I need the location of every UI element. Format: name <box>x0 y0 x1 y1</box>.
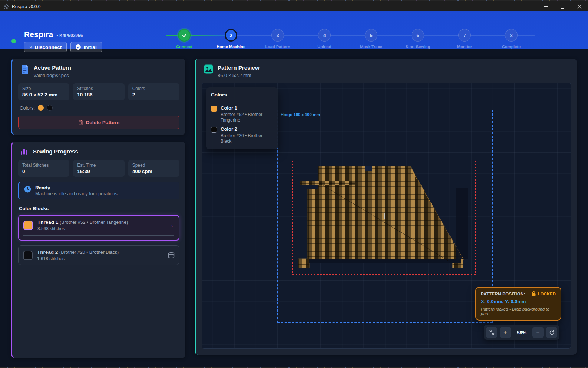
clock-icon <box>24 186 31 193</box>
fit-to-screen-button[interactable] <box>486 327 497 338</box>
pattern-dark-underlay <box>309 259 460 263</box>
active-pattern-card: Active Pattern valetudogv2.pes Size 86.0… <box>11 59 185 135</box>
preview-canvas[interactable]: Hoop: 100 x 100 mm Colors <box>202 83 571 349</box>
sewing-progress-title: Sewing Progress <box>33 148 78 155</box>
hoop-label: Hoop: 100 x 100 mm <box>281 112 320 117</box>
pattern-bounding-box <box>292 160 476 275</box>
image-icon <box>204 64 213 74</box>
pattern-preview-card: Pattern Preview 86.0 × 52.2 mm Hoop: 100… <box>195 59 577 355</box>
pattern-coordinates: X: 0.0mm, Y: 0.0mm <box>481 299 556 304</box>
machine-serial: • K4P502956 <box>56 33 83 38</box>
thread-1-swatch <box>23 221 33 230</box>
minimize-button[interactable] <box>537 1 554 11</box>
zoom-level: 58% <box>513 330 530 335</box>
sewing-progress-card: Sewing Progress Total Stitches 0 Est. Ti… <box>11 142 185 358</box>
bar-chart-icon <box>20 147 29 155</box>
trash-icon <box>78 120 83 125</box>
refresh-icon <box>549 330 555 335</box>
pattern-filename: valetudogv2.pes <box>34 73 71 78</box>
active-pattern-title: Active Pattern <box>34 64 71 71</box>
lock-icon <box>532 291 536 296</box>
reset-view-button[interactable] <box>546 327 557 338</box>
color-swatch-orange <box>38 105 44 111</box>
legend-item-color-2: Color 2 Brother #20 • Brother Black <box>211 126 273 144</box>
delete-pattern-button[interactable]: Delete Pattern <box>18 116 179 129</box>
colors-label: Colors: <box>20 105 35 111</box>
stat-colors: Colors 2 <box>128 83 179 100</box>
machine-status-banner: Ready Machine is idle and ready for oper… <box>18 182 179 199</box>
connection-status-dot <box>11 39 16 43</box>
window-title: Respira v0.0.0 <box>12 4 40 9</box>
step-connect-circle <box>178 29 191 42</box>
thread-block-1[interactable]: Thread 1 (Brother #52 • Brother Tangerin… <box>18 215 179 241</box>
arrow-right-icon: → <box>167 221 174 229</box>
brand-title: Respira <box>24 30 53 39</box>
legend-item-color-1: Color 1 Brother #52 • Brother Tangerine <box>211 105 273 123</box>
pattern-dark-strip <box>456 188 468 259</box>
pattern-position-overlay: PATTERN POSITION: LOCKED X: 0.0mm, Y: 0.… <box>475 287 561 321</box>
pattern-notch <box>365 166 372 171</box>
maximize-icon <box>561 5 564 9</box>
minimize-icon <box>544 6 548 7</box>
zoom-in-button[interactable]: + <box>500 327 511 338</box>
stat-total-stitches: Total Stitches 0 <box>18 160 69 177</box>
color-swatch-black <box>47 105 53 111</box>
check-circle-icon: ✓ <box>76 44 81 50</box>
stat-size: Size 86.0 x 52.2 mm <box>18 83 69 100</box>
fit-screen-icon <box>489 330 495 335</box>
color-blocks-label: Color Blocks <box>19 206 179 211</box>
close-icon <box>577 4 582 9</box>
zoom-out-button[interactable]: − <box>532 327 544 338</box>
thread-1-progress-bar <box>23 235 174 236</box>
maximize-button[interactable] <box>554 1 571 11</box>
colors-legend: Colors Color 1 Brother #52 • Brother Tan… <box>206 87 278 149</box>
embroidery-pattern-bar <box>300 181 355 185</box>
stat-stitches: Stitches 10.186 <box>73 83 124 100</box>
legend-swatch-orange <box>211 106 217 112</box>
file-icon <box>20 64 29 74</box>
status-description: Machine is idle and ready for operations <box>35 191 118 196</box>
zoom-controls: + 58% − <box>484 325 559 340</box>
thread-block-2[interactable]: Thread 2 (Brother #20 • Brother Black) 1… <box>18 245 179 265</box>
stat-est-time: Est. Time 16:39 <box>73 160 124 177</box>
titlebar: Respira v0.0.0 <box>0 1 588 11</box>
pattern-preview-title: Pattern Preview <box>218 64 260 71</box>
embroidery-pattern <box>293 160 475 274</box>
app-header: Respira • K4P502956 × Disconnect ✓ Initi… <box>0 11 588 49</box>
pattern-position-label: PATTERN POSITION: <box>481 292 525 296</box>
legend-swatch-black <box>211 127 217 133</box>
status-title: Ready <box>35 185 118 190</box>
stat-speed: Speed 400 spm <box>128 160 179 177</box>
thread-2-swatch <box>23 251 33 260</box>
close-button[interactable] <box>571 1 588 11</box>
pattern-dimensions: 86.0 × 52.2 mm <box>218 73 260 78</box>
locked-badge: LOCKED <box>532 291 556 296</box>
app-icon <box>4 4 9 9</box>
layers-stack-icon <box>168 252 175 258</box>
pattern-lock-hint: Pattern locked • Drag background to pan <box>481 307 556 316</box>
